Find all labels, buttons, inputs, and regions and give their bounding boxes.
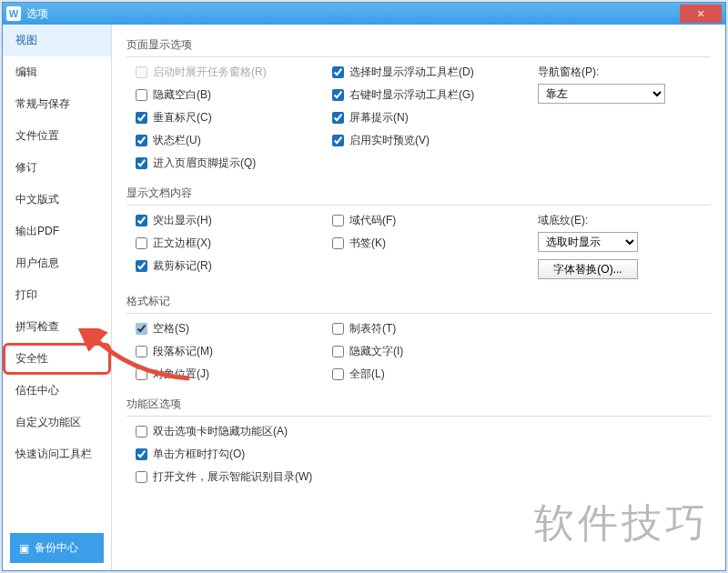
section-page-display: 页面显示选项 启动时展开任务窗格(R)隐藏空白(B)垂直标尺(C)状态栏(U)进…	[126, 34, 711, 171]
section-title: 功能区选项	[126, 393, 711, 417]
checkbox[interactable]	[136, 323, 147, 335]
checkbox-option[interactable]: 书签(K)	[332, 236, 514, 251]
checkbox[interactable]	[332, 215, 344, 226]
nav-pane-field: 导航窗格(P): 靠左	[538, 65, 711, 104]
checkbox-label: 域代码(F)	[349, 213, 396, 228]
checkbox-label: 垂直标尺(C)	[153, 110, 212, 126]
checkbox-option[interactable]: 垂直标尺(C)	[136, 110, 308, 126]
checkbox-label: 双击选项卡时隐藏功能区(A)	[153, 424, 288, 439]
section-doc-content: 显示文档内容 突出显示(H)正文边框(X)裁剪标记(R) 域代码(F)书签(K)…	[126, 182, 711, 279]
checkbox-label: 对象位置(J)	[153, 367, 209, 382]
checkbox-label: 选择时显示浮动工具栏(D)	[349, 65, 474, 80]
checkbox-option[interactable]: 隐藏文字(I)	[332, 344, 514, 359]
checkbox-option[interactable]: 屏幕提示(N)	[332, 110, 514, 126]
nav-pane-select[interactable]: 靠左	[538, 84, 665, 104]
checkbox-label: 书签(K)	[349, 236, 386, 251]
checkbox-option[interactable]: 进入页眉页脚提示(Q)	[136, 156, 308, 171]
checkbox-option[interactable]: 空格(S)	[136, 321, 308, 337]
checkbox[interactable]	[332, 112, 344, 124]
checkbox[interactable]	[136, 471, 147, 483]
sidebar-item[interactable]: 视图	[3, 25, 111, 56]
checkbox-option[interactable]: 正文边框(X)	[136, 236, 308, 251]
checkbox-option[interactable]: 域代码(F)	[332, 213, 514, 228]
content-panel: 页面显示选项 启动时展开任务窗格(R)隐藏空白(B)垂直标尺(C)状态栏(U)进…	[112, 25, 725, 570]
checkbox-label: 正文边框(X)	[153, 236, 211, 251]
checkbox[interactable]	[332, 89, 344, 101]
sidebar-item[interactable]: 打印	[3, 279, 111, 311]
checkbox-option[interactable]: 双击选项卡时隐藏功能区(A)	[136, 424, 711, 439]
checkbox-label: 右键时显示浮动工具栏(G)	[349, 87, 474, 103]
checkbox[interactable]	[332, 237, 344, 249]
checkbox-option[interactable]: 隐藏空白(B)	[136, 87, 308, 103]
checkbox-label: 隐藏文字(I)	[349, 344, 403, 359]
checkbox-label: 打开文件，展示智能识别目录(W)	[153, 469, 312, 485]
nav-pane-label: 导航窗格(P):	[538, 65, 711, 80]
section-ribbon: 功能区选项 双击选项卡时隐藏功能区(A)单击方框时打勾(O)打开文件，展示智能识…	[126, 393, 711, 485]
checkbox[interactable]	[136, 368, 147, 380]
checkbox[interactable]	[136, 157, 147, 169]
checkbox[interactable]	[332, 135, 344, 146]
checkbox[interactable]	[136, 112, 147, 124]
field-shading: 域底纹(E): 选取时显示	[538, 213, 711, 252]
window-title: 选项	[26, 6, 680, 22]
close-button[interactable]: ×	[680, 5, 722, 23]
checkbox-option[interactable]: 制表符(T)	[332, 321, 514, 337]
sidebar-item[interactable]: 文件位置	[3, 120, 111, 152]
titlebar: W 选项 ×	[3, 3, 725, 25]
sidebar-item[interactable]: 输出PDF	[3, 216, 111, 247]
sidebar-item[interactable]: 编辑	[3, 56, 111, 88]
checkbox-label: 单击方框时打勾(O)	[153, 447, 245, 462]
checkbox-label: 突出显示(H)	[153, 213, 212, 228]
field-shading-label: 域底纹(E):	[538, 213, 711, 228]
backup-center-button[interactable]: ▣ 备份中心	[10, 533, 104, 563]
checkbox-option[interactable]: 右键时显示浮动工具栏(G)	[332, 87, 514, 103]
sidebar-item[interactable]: 拼写检查	[3, 311, 111, 343]
checkbox-label: 屏幕提示(N)	[349, 110, 409, 126]
sidebar-item[interactable]: 修订	[3, 152, 111, 184]
checkbox[interactable]	[136, 89, 147, 101]
checkbox[interactable]	[136, 215, 147, 226]
checkbox-option[interactable]: 全部(L)	[332, 367, 514, 382]
sidebar-item[interactable]: 用户信息	[3, 247, 111, 279]
section-title: 格式标记	[126, 290, 711, 314]
checkbox-option[interactable]: 对象位置(J)	[136, 367, 308, 382]
sidebar-item[interactable]: 信任中心	[3, 375, 111, 407]
sidebar-item[interactable]: 安全性	[3, 343, 111, 375]
checkbox-label: 空格(S)	[153, 321, 189, 337]
checkbox[interactable]	[332, 346, 344, 357]
checkbox-label: 裁剪标记(R)	[153, 258, 212, 274]
checkbox[interactable]	[332, 368, 344, 380]
checkbox-label: 隐藏空白(B)	[153, 87, 211, 103]
checkbox[interactable]	[136, 237, 147, 249]
checkbox-option[interactable]: 单击方框时打勾(O)	[136, 447, 711, 462]
checkbox-option[interactable]: 突出显示(H)	[136, 213, 308, 228]
checkbox-option[interactable]: 打开文件，展示智能识别目录(W)	[136, 469, 711, 485]
checkbox-option[interactable]: 状态栏(U)	[136, 133, 308, 148]
checkbox[interactable]	[332, 323, 344, 335]
checkbox-label: 进入页眉页脚提示(Q)	[153, 156, 256, 171]
checkbox-option[interactable]: 段落标记(M)	[136, 344, 308, 359]
checkbox[interactable]	[136, 260, 147, 272]
sidebar: 视图编辑常规与保存文件位置修订中文版式输出PDF用户信息打印拼写检查安全性信任中…	[3, 25, 112, 570]
checkbox-option: 启动时展开任务窗格(R)	[136, 65, 308, 80]
checkbox[interactable]	[136, 426, 147, 437]
font-substitution-button[interactable]: 字体替换(O)...	[538, 259, 638, 279]
sidebar-item[interactable]: 中文版式	[3, 184, 111, 216]
checkbox[interactable]	[136, 346, 147, 357]
checkbox-option[interactable]: 选择时显示浮动工具栏(D)	[332, 65, 514, 80]
field-shading-select[interactable]: 选取时显示	[538, 232, 638, 252]
sidebar-item[interactable]: 自定义功能区	[3, 407, 111, 438]
backup-label: 备份中心	[35, 540, 78, 556]
checkbox[interactable]	[136, 135, 147, 146]
options-dialog: W 选项 × 视图编辑常规与保存文件位置修订中文版式输出PDF用户信息打印拼写检…	[2, 2, 726, 571]
checkbox[interactable]	[136, 448, 147, 460]
section-format-marks: 格式标记 空格(S)段落标记(M)对象位置(J) 制表符(T)隐藏文字(I)全部…	[126, 290, 711, 382]
checkbox-option[interactable]: 启用实时预览(V)	[332, 133, 514, 148]
sidebar-item[interactable]: 常规与保存	[3, 88, 111, 120]
checkbox	[136, 66, 147, 78]
section-title: 页面显示选项	[126, 34, 711, 57]
checkbox-label: 启用实时预览(V)	[349, 133, 430, 148]
sidebar-item[interactable]: 快速访问工具栏	[3, 438, 111, 470]
checkbox[interactable]	[332, 66, 344, 78]
checkbox-option[interactable]: 裁剪标记(R)	[136, 258, 308, 274]
